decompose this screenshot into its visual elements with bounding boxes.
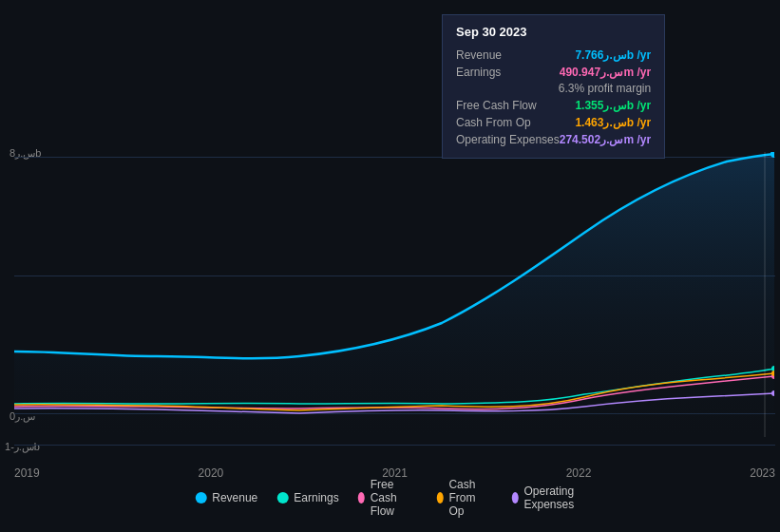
chart-legend: Revenue Earnings Free Cash Flow Cash Fro… bbox=[195, 478, 585, 518]
legend-item-fcf: Free Cash Flow bbox=[358, 478, 418, 518]
legend-dot-fcf bbox=[358, 492, 365, 504]
y-axis-bottom-label: س.ر-1b bbox=[5, 441, 40, 453]
legend-label-revenue: Revenue bbox=[212, 491, 257, 504]
legend-item-revenue: Revenue bbox=[195, 491, 257, 504]
legend-dot-earnings bbox=[276, 492, 288, 504]
legend-dot-revenue bbox=[195, 492, 206, 504]
tooltip-earnings-value: س.ر490.947m /yr bbox=[560, 66, 651, 79]
tooltip-cashop-value: س.ر1.463b /yr bbox=[575, 116, 651, 129]
grid-line-bottom bbox=[14, 445, 775, 446]
legend-label-opex: Operating Expenses bbox=[523, 484, 584, 511]
tooltip-earnings-row: Earnings س.ر490.947m /yr bbox=[456, 64, 651, 81]
tooltip-earnings-label: Earnings bbox=[456, 66, 501, 79]
chart-svg bbox=[14, 152, 774, 437]
tooltip-cashop-label: Cash From Op bbox=[456, 116, 531, 129]
legend-item-opex: Operating Expenses bbox=[511, 484, 584, 511]
tooltip-revenue-row: Revenue س.ر7.766b /yr bbox=[456, 47, 651, 64]
tooltip-fcf-row: Free Cash Flow س.ر1.355b /yr bbox=[456, 97, 651, 114]
x-label-2019: 2019 bbox=[14, 466, 40, 480]
legend-dot-opex bbox=[511, 492, 518, 504]
legend-item-earnings: Earnings bbox=[276, 491, 338, 504]
tooltip-fcf-value: س.ر1.355b /yr bbox=[575, 99, 651, 112]
tooltip-opex-value: س.ر274.502m /yr bbox=[560, 133, 651, 146]
tooltip-date: Sep 30 2023 bbox=[456, 25, 651, 39]
legend-item-cashop: Cash From Op bbox=[436, 478, 492, 518]
tooltip-revenue-value: س.ر7.766b /yr bbox=[575, 48, 651, 62]
tooltip-revenue-label: Revenue bbox=[456, 48, 502, 62]
legend-label-earnings: Earnings bbox=[294, 491, 338, 504]
tooltip-card: Sep 30 2023 Revenue س.ر7.766b /yr Earnin… bbox=[442, 14, 665, 159]
legend-dot-cashop bbox=[436, 492, 443, 504]
legend-label-cashop: Cash From Op bbox=[448, 478, 492, 518]
tooltip-profit-margin: 6.3% profit margin bbox=[456, 81, 651, 97]
x-label-2023: 2023 bbox=[750, 466, 775, 480]
legend-label-fcf: Free Cash Flow bbox=[371, 478, 418, 518]
tooltip-opex-row: Operating Expenses س.ر274.502m /yr bbox=[456, 131, 651, 148]
tooltip-cashop-row: Cash From Op س.ر1.463b /yr bbox=[456, 114, 651, 131]
tooltip-fcf-label: Free Cash Flow bbox=[456, 99, 537, 112]
chart-container: Sep 30 2023 Revenue س.ر7.766b /yr Earnin… bbox=[0, 0, 780, 532]
tooltip-opex-label: Operating Expenses bbox=[456, 133, 560, 146]
